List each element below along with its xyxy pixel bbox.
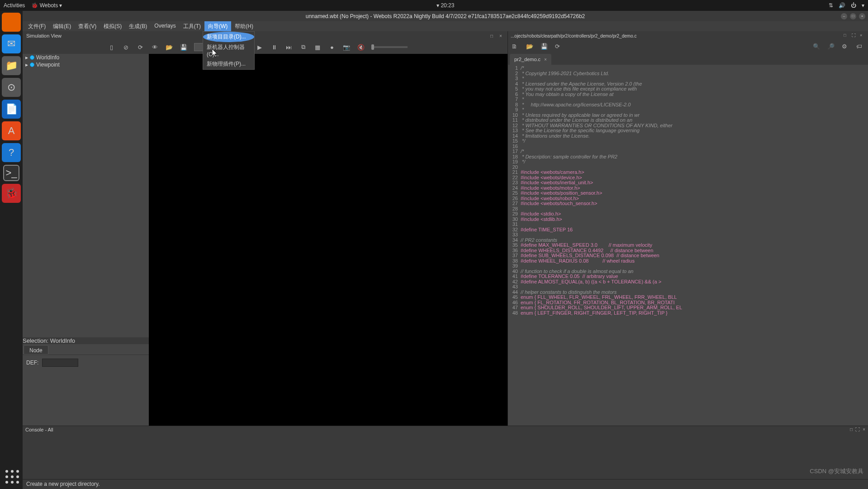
code-editor-panel: ...ojects/robots/clearpath/pr2/controlle…	[508, 31, 868, 426]
device-icon[interactable]: ▯	[107, 43, 115, 51]
dock-help[interactable]: ?	[2, 143, 21, 162]
maximize-button[interactable]: □	[850, 13, 856, 19]
menu-sim[interactable]: 模拟(S)	[100, 21, 125, 31]
stop-icon[interactable]: ⊘	[122, 43, 130, 51]
console-max-icon[interactable]: ⛶	[855, 427, 860, 433]
menu-file[interactable]: 文件(F)	[24, 21, 49, 31]
record-icon[interactable]: ⧉	[299, 43, 307, 51]
record-dot-icon[interactable]: ●	[328, 43, 336, 51]
network-icon[interactable]: ⇅	[829, 2, 833, 9]
menubar: 文件(F) 编辑(E) 查看(V) 模拟(S) 生成(B) Overlays 工…	[23, 21, 868, 31]
node-tab[interactable]: Node	[24, 345, 48, 355]
selection-label: Selection: WorldInfo	[23, 337, 149, 344]
statusbar: Create a new project directory.	[23, 479, 868, 489]
def-label: DEF:	[26, 360, 38, 366]
activities-button[interactable]: Activities	[4, 2, 25, 9]
console-panel: Console - All □ ⛶ ×	[23, 426, 868, 479]
code-area[interactable]: 1/*2 * Copyright 1996-2021 Cyberbotics L…	[508, 65, 868, 426]
def-input[interactable]	[42, 359, 78, 367]
dock-terminal[interactable]: >_	[3, 165, 19, 181]
menu-overlays[interactable]: Overlays	[151, 21, 179, 31]
minimize-button[interactable]: –	[841, 13, 847, 19]
reload-icon[interactable]: ⟳	[136, 43, 144, 51]
apps-grid-icon[interactable]	[5, 470, 19, 484]
power-icon[interactable]: ⏻	[851, 2, 856, 9]
window-title: unnamed.wbt (No Project) - Webots R2022a…	[306, 13, 585, 19]
console-label: Console - All	[25, 427, 53, 433]
tag-icon[interactable]: 🏷	[856, 43, 864, 51]
volume-slider[interactable]	[371, 46, 408, 48]
dropdown-new-physics[interactable]: 新物理插件(P)...	[203, 59, 254, 69]
pause-icon[interactable]: ⏸	[270, 43, 278, 51]
dock-webots[interactable]: 🐞	[2, 184, 21, 203]
refresh-icon[interactable]: ⟳	[555, 43, 563, 51]
app-menu[interactable]: 🐞 Webots ▾	[31, 2, 62, 9]
open-file-icon[interactable]: 📂	[526, 43, 534, 51]
wizard-dropdown: 新项目目录(D)... 新机器人控制器(C)... 新物理插件(P)...	[203, 31, 255, 70]
grid-icon[interactable]: ▦	[313, 43, 322, 51]
volume-icon[interactable]: 🔊	[839, 2, 845, 9]
sim-view-label: Simulation View	[26, 33, 62, 38]
new-file-icon[interactable]: 🗎	[512, 43, 520, 51]
clock: ▾ 20:23	[436, 2, 454, 9]
3d-viewport[interactable]	[149, 54, 508, 426]
editor-path: ...ojects/robots/clearpath/pr2/controlle…	[511, 34, 636, 38]
dock-firefox[interactable]	[2, 13, 21, 32]
panel-close-icon[interactable]: ×	[498, 33, 504, 39]
chevron-down-icon[interactable]: ▾	[862, 2, 864, 9]
dropdown-new-controller[interactable]: 新机器人控制器(C)...	[203, 42, 254, 59]
tab-close-icon[interactable]: ×	[544, 57, 547, 62]
properties-panel: Node DEF:	[23, 344, 149, 426]
dock: ✉ 📁 ⊙ 📄 A ? >_ 🐞	[0, 11, 23, 489]
menu-wizard[interactable]: 向导(W)	[204, 21, 231, 31]
fast-forward-icon[interactable]: ⏭	[285, 43, 293, 51]
dock-writer[interactable]: 📄	[2, 100, 21, 119]
dock-app[interactable]: A	[2, 121, 21, 140]
dropdown-new-project[interactable]: 新项目目录(D)...	[203, 32, 254, 42]
titlebar: unnamed.wbt (No Project) - Webots R2022a…	[23, 11, 868, 21]
editor-tab[interactable]: pr2_demo.c×	[510, 54, 551, 65]
dock-files[interactable]: 📁	[2, 56, 21, 75]
menu-edit[interactable]: 编辑(E)	[49, 21, 75, 31]
simulation-panel: Simulation View □ × ▯ ⊘ ⟳ 👁 📂 💾 − 0.99x …	[23, 31, 508, 426]
dock-disk[interactable]: ⊙	[2, 78, 21, 97]
editor-undock-icon[interactable]: □	[844, 33, 849, 38]
system-topbar: Activities 🐞 Webots ▾ ▾ 20:23 ⇅ 🔊 ⏻ ▾	[0, 0, 868, 11]
menu-build[interactable]: 生成(B)	[125, 21, 151, 31]
console-undock-icon[interactable]: □	[850, 427, 853, 433]
camera-icon[interactable]: 📷	[342, 43, 351, 51]
tree-worldinfo[interactable]: ▸ WorldInfo	[23, 54, 149, 61]
webots-window: unnamed.wbt (No Project) - Webots R2022a…	[23, 11, 868, 489]
volume-icon[interactable]: 🔇	[357, 43, 365, 51]
menu-view[interactable]: 查看(V)	[75, 21, 100, 31]
save-icon[interactable]: 💾	[180, 43, 188, 51]
replace-icon[interactable]: 🔎	[827, 43, 835, 51]
menu-tools[interactable]: 工具(T)	[180, 21, 204, 31]
save-file-icon[interactable]: 💾	[541, 43, 549, 51]
find-icon[interactable]: 🔍	[813, 43, 821, 51]
editor-max-icon[interactable]: ⛶	[852, 33, 857, 38]
close-button[interactable]: ×	[859, 13, 865, 19]
console-close-icon[interactable]: ×	[863, 427, 865, 433]
dock-thunderbird[interactable]: ✉	[2, 34, 21, 53]
editor-close-icon[interactable]: ×	[860, 33, 865, 38]
scene-tree[interactable]: ▸ WorldInfo ▸ Viewpoint	[23, 54, 149, 337]
tree-viewpoint[interactable]: ▸ Viewpoint	[23, 61, 149, 68]
watermark: CSDN @安城安教具	[810, 467, 863, 475]
panel-undock-icon[interactable]: □	[489, 33, 495, 39]
play-icon[interactable]: ▶	[256, 43, 264, 51]
sim-toolbar: ▯ ⊘ ⟳ 👁 📂 💾 − 0.99x ⏮ ▶ ⏸ ⏭ ⧉ ▦ ● 📷 🔇	[23, 40, 508, 54]
gear-icon[interactable]: ⚙	[842, 43, 850, 51]
menu-help[interactable]: 帮助(H)	[231, 21, 257, 31]
open-icon[interactable]: 📂	[165, 43, 173, 51]
eye-icon[interactable]: 👁	[151, 43, 159, 51]
